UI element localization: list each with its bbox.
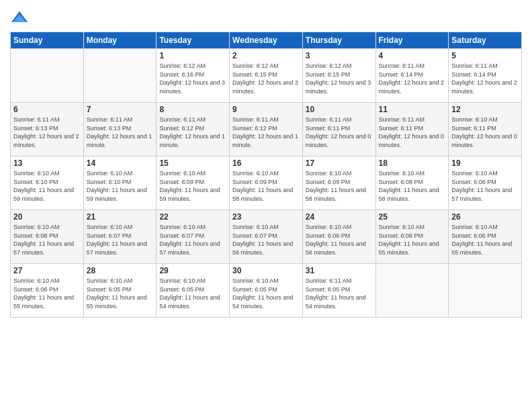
week-row-1: 1Sunrise: 6:12 AM Sunset: 6:16 PM Daylig…: [11, 49, 522, 103]
day-info: Sunrise: 6:10 AM Sunset: 6:07 PM Dayligh…: [159, 223, 226, 257]
calendar-table: SundayMondayTuesdayWednesdayThursdayFrid…: [10, 32, 522, 318]
weekday-header-thursday: Thursday: [302, 32, 375, 49]
day-info: Sunrise: 6:11 AM Sunset: 6:14 PM Dayligh…: [451, 62, 519, 95]
day-info: Sunrise: 6:10 AM Sunset: 6:09 PM Dayligh…: [306, 169, 373, 203]
weekday-header-tuesday: Tuesday: [157, 32, 230, 49]
calendar-cell: 23Sunrise: 6:10 AM Sunset: 6:07 PM Dayli…: [230, 210, 303, 264]
calendar-cell: 18Sunrise: 6:10 AM Sunset: 6:08 PM Dayli…: [375, 156, 449, 210]
day-info: Sunrise: 6:10 AM Sunset: 6:10 PM Dayligh…: [87, 169, 154, 203]
weekday-header-wednesday: Wednesday: [230, 32, 303, 49]
logo: [10, 10, 32, 25]
calendar-cell: 6Sunrise: 6:11 AM Sunset: 6:13 PM Daylig…: [11, 103, 84, 156]
day-number: 31: [306, 266, 373, 275]
weekday-header-friday: Friday: [375, 32, 449, 49]
day-number: 26: [451, 212, 519, 222]
calendar-cell: 7Sunrise: 6:11 AM Sunset: 6:13 PM Daylig…: [83, 103, 157, 156]
day-info: Sunrise: 6:10 AM Sunset: 6:06 PM Dayligh…: [306, 223, 373, 257]
calendar-cell: 24Sunrise: 6:10 AM Sunset: 6:06 PM Dayli…: [302, 210, 375, 264]
day-info: Sunrise: 6:10 AM Sunset: 6:07 PM Dayligh…: [232, 223, 300, 257]
day-number: 1: [159, 51, 226, 60]
day-number: 2: [232, 51, 300, 60]
day-info: Sunrise: 6:11 AM Sunset: 6:11 PM Dayligh…: [379, 116, 446, 149]
day-number: 13: [13, 158, 81, 168]
calendar-cell: 28Sunrise: 6:10 AM Sunset: 6:05 PM Dayli…: [83, 264, 157, 318]
day-number: 9: [232, 105, 300, 114]
day-number: 4: [379, 51, 446, 60]
calendar-cell: 19Sunrise: 6:10 AM Sunset: 6:08 PM Dayli…: [449, 156, 522, 210]
day-info: Sunrise: 6:10 AM Sunset: 6:09 PM Dayligh…: [159, 169, 226, 203]
calendar-cell: 15Sunrise: 6:10 AM Sunset: 6:09 PM Dayli…: [157, 156, 230, 210]
day-info: Sunrise: 6:10 AM Sunset: 6:05 PM Dayligh…: [87, 277, 154, 310]
day-number: 14: [87, 158, 154, 168]
week-row-4: 20Sunrise: 6:10 AM Sunset: 6:08 PM Dayli…: [11, 210, 522, 264]
calendar-cell: 27Sunrise: 6:10 AM Sunset: 6:06 PM Dayli…: [11, 264, 84, 318]
calendar-cell: 17Sunrise: 6:10 AM Sunset: 6:09 PM Dayli…: [302, 156, 375, 210]
day-number: 3: [306, 51, 373, 60]
day-number: 7: [87, 105, 154, 114]
day-number: 19: [451, 158, 519, 168]
calendar-cell: 16Sunrise: 6:10 AM Sunset: 6:09 PM Dayli…: [230, 156, 303, 210]
day-info: Sunrise: 6:10 AM Sunset: 6:09 PM Dayligh…: [232, 169, 300, 203]
header: [10, 10, 522, 25]
calendar-cell: [375, 264, 449, 318]
calendar-cell: 12Sunrise: 6:10 AM Sunset: 6:11 PM Dayli…: [449, 103, 522, 156]
weekday-header-row: SundayMondayTuesdayWednesdayThursdayFrid…: [11, 32, 522, 49]
day-number: 8: [159, 105, 226, 114]
day-info: Sunrise: 6:10 AM Sunset: 6:10 PM Dayligh…: [13, 169, 81, 203]
calendar-cell: 2Sunrise: 6:12 AM Sunset: 6:15 PM Daylig…: [230, 49, 303, 103]
calendar-cell: 29Sunrise: 6:10 AM Sunset: 6:05 PM Dayli…: [157, 264, 230, 318]
day-info: Sunrise: 6:11 AM Sunset: 6:05 PM Dayligh…: [306, 277, 373, 310]
day-info: Sunrise: 6:12 AM Sunset: 6:15 PM Dayligh…: [306, 62, 373, 95]
calendar-cell: 3Sunrise: 6:12 AM Sunset: 6:15 PM Daylig…: [302, 49, 375, 103]
day-info: Sunrise: 6:10 AM Sunset: 6:06 PM Dayligh…: [13, 277, 81, 310]
day-info: Sunrise: 6:10 AM Sunset: 6:08 PM Dayligh…: [13, 223, 81, 257]
calendar-cell: 21Sunrise: 6:10 AM Sunset: 6:07 PM Dayli…: [83, 210, 157, 264]
calendar-cell: 20Sunrise: 6:10 AM Sunset: 6:08 PM Dayli…: [11, 210, 84, 264]
calendar-cell: 8Sunrise: 6:11 AM Sunset: 6:12 PM Daylig…: [157, 103, 230, 156]
logo-icon: [10, 10, 29, 25]
day-number: 22: [159, 212, 226, 222]
day-number: 17: [306, 158, 373, 168]
day-info: Sunrise: 6:10 AM Sunset: 6:08 PM Dayligh…: [379, 169, 446, 203]
day-info: Sunrise: 6:11 AM Sunset: 6:13 PM Dayligh…: [87, 116, 154, 149]
day-number: 28: [87, 266, 154, 275]
calendar-cell: 14Sunrise: 6:10 AM Sunset: 6:10 PM Dayli…: [83, 156, 157, 210]
day-info: Sunrise: 6:10 AM Sunset: 6:05 PM Dayligh…: [232, 277, 300, 310]
day-info: Sunrise: 6:10 AM Sunset: 6:08 PM Dayligh…: [451, 169, 519, 203]
day-info: Sunrise: 6:11 AM Sunset: 6:12 PM Dayligh…: [159, 116, 226, 149]
week-row-3: 13Sunrise: 6:10 AM Sunset: 6:10 PM Dayli…: [11, 156, 522, 210]
weekday-header-monday: Monday: [83, 32, 157, 49]
day-number: 18: [379, 158, 446, 168]
day-number: 11: [379, 105, 446, 114]
day-info: Sunrise: 6:12 AM Sunset: 6:15 PM Dayligh…: [232, 62, 300, 95]
day-info: Sunrise: 6:10 AM Sunset: 6:05 PM Dayligh…: [159, 277, 226, 310]
day-number: 5: [451, 51, 519, 60]
week-row-5: 27Sunrise: 6:10 AM Sunset: 6:06 PM Dayli…: [11, 264, 522, 318]
day-info: Sunrise: 6:11 AM Sunset: 6:14 PM Dayligh…: [379, 62, 446, 95]
calendar-cell: [11, 49, 84, 103]
calendar-cell: 1Sunrise: 6:12 AM Sunset: 6:16 PM Daylig…: [157, 49, 230, 103]
calendar-cell: 26Sunrise: 6:10 AM Sunset: 6:06 PM Dayli…: [449, 210, 522, 264]
calendar-cell: 11Sunrise: 6:11 AM Sunset: 6:11 PM Dayli…: [375, 103, 449, 156]
calendar-cell: 25Sunrise: 6:10 AM Sunset: 6:06 PM Dayli…: [375, 210, 449, 264]
calendar-cell: 13Sunrise: 6:10 AM Sunset: 6:10 PM Dayli…: [11, 156, 84, 210]
day-info: Sunrise: 6:11 AM Sunset: 6:13 PM Dayligh…: [13, 116, 81, 149]
day-number: 6: [13, 105, 81, 114]
calendar-cell: 30Sunrise: 6:10 AM Sunset: 6:05 PM Dayli…: [230, 264, 303, 318]
day-number: 12: [451, 105, 519, 114]
page: SundayMondayTuesdayWednesdayThursdayFrid…: [0, 0, 532, 411]
calendar-cell: 4Sunrise: 6:11 AM Sunset: 6:14 PM Daylig…: [375, 49, 449, 103]
weekday-header-sunday: Sunday: [11, 32, 84, 49]
day-number: 15: [159, 158, 226, 168]
day-info: Sunrise: 6:10 AM Sunset: 6:11 PM Dayligh…: [451, 116, 519, 149]
day-number: 10: [306, 105, 373, 114]
weekday-header-saturday: Saturday: [449, 32, 522, 49]
day-info: Sunrise: 6:11 AM Sunset: 6:12 PM Dayligh…: [232, 116, 300, 149]
calendar-cell: [449, 264, 522, 318]
week-row-2: 6Sunrise: 6:11 AM Sunset: 6:13 PM Daylig…: [11, 103, 522, 156]
day-number: 27: [13, 266, 81, 275]
day-number: 23: [232, 212, 300, 222]
day-number: 24: [306, 212, 373, 222]
day-number: 30: [232, 266, 300, 275]
calendar-cell: 31Sunrise: 6:11 AM Sunset: 6:05 PM Dayli…: [302, 264, 375, 318]
